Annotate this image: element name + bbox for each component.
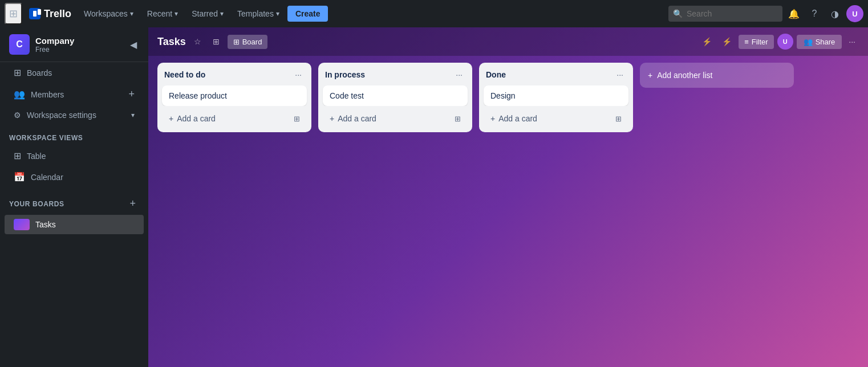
workspaces-menu-button[interactable]: Workspaces ▾ [78,6,139,22]
starred-menu-button[interactable]: Starred ▾ [186,6,229,22]
search-wrap: 🔍 [668,6,782,22]
chevron-down-icon: ▾ [220,10,224,18]
list-cards: Code test ✎ [318,85,472,106]
list-title[interactable]: Need to do [164,70,289,79]
list-in-process: In process ··· Code test ✎ + Add a card … [318,63,472,132]
lists-area: Need to do ··· Release product ✎ + Add a… [148,56,868,367]
add-list-button[interactable]: + Add another list [640,63,794,88]
workspace-avatar: C [9,34,30,55]
list-need-to-do: Need to do ··· Release product ✎ + Add a… [157,63,311,132]
filter-icon: ≡ [744,38,749,46]
create-button[interactable]: Create [287,6,328,22]
chevron-down-icon: ▾ [276,10,279,18]
help-button[interactable]: ? [805,5,824,23]
trello-logo[interactable]: Trello [25,6,76,22]
your-boards-header: Your boards + [0,187,148,214]
share-icon: 👥 [804,38,813,46]
list-header: In process ··· [318,63,472,85]
trello-wordmark: Trello [44,8,71,20]
workspace-info: Company Free [35,36,122,54]
app-switcher-button[interactable]: ⊞ [5,3,22,25]
sidebar-item-workspace-settings[interactable]: ⚙ Workspace settings ▾ [5,106,144,124]
templates-menu-button[interactable]: Templates ▾ [232,6,285,22]
template-icon: ⊞ [294,115,300,123]
board-color-swatch [14,219,30,230]
board-view-button[interactable]: ⊞ Board [228,35,268,49]
user-avatar[interactable]: U [846,5,863,22]
add-board-button[interactable]: + [126,197,139,211]
template-icon: ⊞ [455,115,461,123]
search-input[interactable] [668,6,782,22]
filter-button[interactable]: ≡ Filter [739,35,773,49]
add-card-button[interactable]: + Add a card ⊞ [162,109,307,128]
sidebar-collapse-button[interactable]: ◀ [128,37,139,52]
list-done: Done ··· Design ✎ + Add a card ⊞ [479,63,633,132]
power-ups-button[interactable]: ⚡ [699,35,715,48]
card[interactable]: Design ✎ [484,85,628,106]
automation-button[interactable]: ⚡ [719,35,735,48]
sidebar-item-calendar[interactable]: 📅 Calendar [5,167,144,187]
workspace-views-header: Workspace views [0,125,148,145]
chevron-down-icon: ▾ [175,10,178,18]
list-menu-button[interactable]: ··· [614,68,626,81]
notifications-button[interactable]: 🔔 [785,5,803,23]
sidebar: C Company Free ◀ ⊞ Boards 👥 Members + ⚙ … [0,27,148,367]
list-cards: Release product ✎ [157,85,311,106]
sidebar-item-tasks-board[interactable]: Tasks [5,215,144,234]
board-view-icon: ⊞ [233,38,240,46]
trello-logo-icon [29,8,40,19]
list-menu-button[interactable]: ··· [453,68,465,81]
workspace-plan: Free [35,46,122,54]
list-title[interactable]: In process [325,70,449,79]
plus-icon: + [169,114,173,123]
add-card-button[interactable]: + Add a card ⊞ [323,109,468,128]
plus-icon: + [648,71,652,80]
board-header: Tasks ☆ ⊞ ⊞ Board ⚡ ⚡ ≡ Filter U 👥 Share [148,27,868,56]
settings-icon: ⚙ [14,111,21,120]
sidebar-item-members[interactable]: 👥 Members + [5,84,144,105]
list-header: Done ··· [479,63,633,85]
share-button[interactable]: 👥 Share [797,35,842,49]
board-workspace-button[interactable]: ⊞ [209,35,223,48]
chevron-down-icon: ▾ [130,10,133,18]
board-member-avatar[interactable]: U [777,34,793,50]
card[interactable]: Release product ✎ [162,85,307,106]
template-icon: ⊞ [615,115,622,123]
list-menu-button[interactable]: ··· [292,68,305,81]
theme-button[interactable]: ◑ [826,5,844,23]
sidebar-workspace[interactable]: C Company Free ◀ [0,27,148,62]
more-options-button[interactable]: ··· [845,35,859,48]
plus-icon: + [490,114,495,123]
calendar-icon: 📅 [14,172,25,182]
list-cards: Design ✎ [479,85,633,106]
workspace-name: Company [35,36,122,46]
members-icon: 👥 [14,89,25,100]
sidebar-item-boards[interactable]: ⊞ Boards [5,63,144,83]
board-header-right: ⚡ ⚡ ≡ Filter U 👥 Share ··· [699,34,859,50]
table-icon: ⊞ [14,150,21,161]
add-card-button[interactable]: + Add a card ⊞ [484,109,628,128]
list-title[interactable]: Done [486,70,610,79]
card[interactable]: Code test ✎ [323,85,468,106]
plus-icon: + [330,114,334,123]
list-header: Need to do ··· [157,63,311,85]
recent-menu-button[interactable]: Recent ▾ [141,6,184,22]
board-title[interactable]: Tasks [157,36,186,48]
main-layout: C Company Free ◀ ⊞ Boards 👥 Members + ⚙ … [0,27,868,367]
top-nav: ⊞ Trello Workspaces ▾ Recent ▾ Starred ▾… [0,0,868,27]
add-member-icon[interactable]: + [128,88,135,100]
chevron-down-icon: ▾ [131,111,135,119]
sidebar-item-table[interactable]: ⊞ Table [5,146,144,166]
star-board-button[interactable]: ☆ [190,35,205,48]
boards-icon: ⊞ [14,67,21,78]
board-area: Tasks ☆ ⊞ ⊞ Board ⚡ ⚡ ≡ Filter U 👥 Share [148,27,868,367]
